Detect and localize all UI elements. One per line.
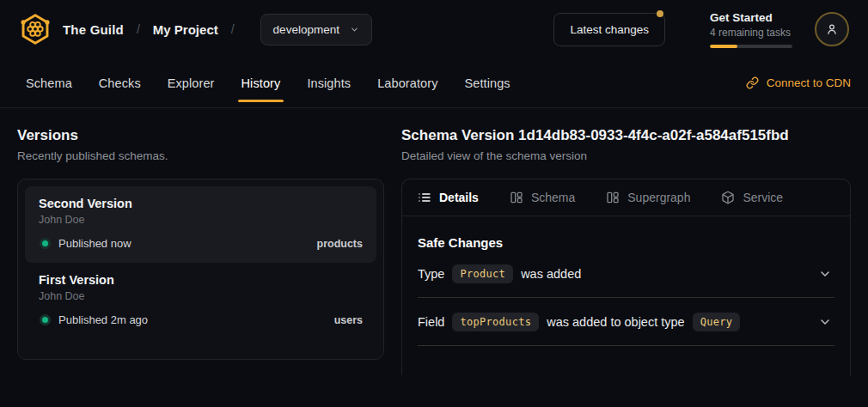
change-code: Product — [452, 264, 513, 283]
tab-details[interactable]: Details — [418, 191, 479, 204]
chevron-down-icon[interactable] — [818, 267, 832, 281]
app-header: The Guild / My Project / development Lat… — [0, 0, 868, 58]
version-author: John Doe — [39, 214, 363, 226]
schema-version-title: Schema Version 1d14db83-0933-4f4c-a02f-a… — [401, 125, 851, 146]
columns-icon — [606, 191, 620, 204]
version-service-name: products — [317, 238, 363, 250]
change-code: Query — [693, 313, 741, 331]
tab-service[interactable]: Service — [721, 191, 783, 204]
chevron-down-icon — [350, 25, 359, 34]
connect-to-cdn-link[interactable]: Connect to CDN — [746, 76, 851, 89]
change-prefix: Field — [418, 315, 444, 329]
version-status: Published now — [58, 237, 131, 250]
version-name: First Version — [39, 273, 363, 287]
schema-version-card: Details Schema — [401, 179, 851, 375]
target-select[interactable]: development — [260, 14, 372, 46]
detail-tabs: Details Schema — [402, 179, 850, 216]
nav-tabs: Schema Checks Explorer History Insights … — [17, 58, 529, 107]
list-icon — [418, 191, 431, 204]
get-started-widget[interactable]: Get Started 4 remaining tasks — [710, 11, 792, 48]
columns-icon — [510, 191, 523, 204]
change-row[interactable]: Type Product was added — [418, 250, 834, 298]
version-list-item[interactable]: Second Version John Doe Published now pr… — [25, 186, 376, 263]
breadcrumb-separator: / — [137, 22, 140, 36]
tab-schema-label: Schema — [531, 191, 575, 204]
connect-to-cdn-label: Connect to CDN — [767, 76, 851, 89]
schema-version-panel: Schema Version 1d14db83-0933-4f4c-a02f-a… — [401, 125, 851, 375]
tab-schema[interactable]: Schema — [17, 58, 81, 107]
project-breadcrumb[interactable]: My Project — [153, 22, 218, 37]
tab-schema-view[interactable]: Schema — [510, 191, 575, 204]
org-breadcrumb[interactable]: The Guild — [63, 22, 124, 37]
link-icon — [746, 76, 759, 89]
tab-supergraph-label: Supergraph — [627, 191, 690, 204]
change-code: topProducts — [452, 313, 539, 331]
get-started-title: Get Started — [710, 11, 792, 25]
version-name: Second Version — [39, 197, 363, 210]
user-avatar[interactable] — [815, 12, 849, 46]
tab-service-label: Service — [743, 191, 783, 204]
header-actions: Latest changes Get Started 4 remaining t… — [553, 11, 849, 48]
schema-version-subtitle: Detailed view of the schema version — [401, 149, 851, 162]
tab-explorer[interactable]: Explorer — [159, 58, 223, 107]
version-list-item[interactable]: First Version John Doe Published 2m ago … — [25, 263, 376, 339]
tab-details-label: Details — [439, 191, 479, 204]
guild-logo-icon[interactable] — [19, 13, 52, 46]
version-service-name: users — [334, 314, 363, 326]
main-content: Versions Recently published schemas. Sec… — [0, 108, 868, 392]
change-row[interactable]: Field topProducts was added to object ty… — [418, 298, 834, 346]
versions-title: Versions — [17, 125, 384, 146]
safe-changes-heading: Safe Changes — [418, 235, 834, 250]
versions-list: Second Version John Doe Published now pr… — [17, 179, 384, 360]
tab-checks[interactable]: Checks — [90, 58, 150, 107]
tab-settings[interactable]: Settings — [455, 58, 518, 107]
chevron-down-icon[interactable] — [818, 315, 832, 329]
tab-insights[interactable]: Insights — [298, 58, 359, 107]
published-status-dot — [42, 240, 48, 246]
progress-fill — [710, 45, 737, 48]
versions-panel: Versions Recently published schemas. Sec… — [17, 125, 384, 375]
change-middle: was added to object type — [547, 315, 684, 329]
tab-history[interactable]: History — [233, 58, 290, 107]
versions-subtitle: Recently published schemas. — [17, 149, 384, 162]
tab-supergraph[interactable]: Supergraph — [606, 191, 690, 204]
published-status-dot — [42, 317, 48, 323]
tab-laboratory[interactable]: Laboratory — [369, 58, 446, 107]
target-select-value: development — [273, 23, 339, 36]
get-started-subtitle: 4 remaining tasks — [710, 27, 792, 39]
latest-changes-button[interactable]: Latest changes — [553, 13, 665, 46]
get-started-progress — [710, 45, 792, 48]
cube-icon — [721, 191, 735, 204]
user-icon — [824, 21, 840, 37]
version-status: Published 2m ago — [58, 313, 148, 326]
change-middle: was added — [521, 267, 581, 281]
version-author: John Doe — [39, 290, 363, 302]
notification-dot — [657, 10, 663, 17]
breadcrumb: The Guild / My Project / development — [19, 13, 372, 46]
project-nav: Schema Checks Explorer History Insights … — [0, 58, 868, 108]
change-prefix: Type — [418, 267, 444, 281]
detail-content: Safe Changes Type Product was added Fiel… — [402, 216, 850, 346]
breadcrumb-separator: / — [231, 22, 235, 36]
